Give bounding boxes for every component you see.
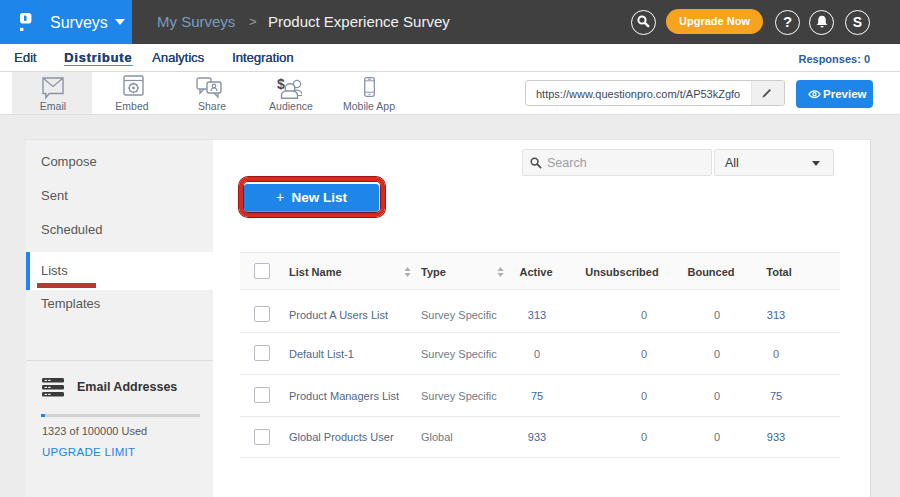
svg-text:$: $ <box>277 75 285 91</box>
